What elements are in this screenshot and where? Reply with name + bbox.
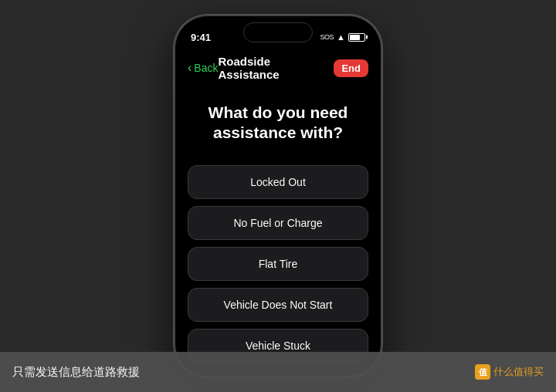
main-content: What do you need assistance with? Locked… xyxy=(175,87,381,376)
end-button[interactable]: End xyxy=(334,59,368,77)
logo-text: 什么值得买 xyxy=(493,365,544,379)
wifi-icon: ▲ xyxy=(337,32,345,42)
nav-bar: ‹ Back Roadside Assistance End xyxy=(175,50,381,87)
option-locked-out[interactable]: Locked Out xyxy=(188,165,368,199)
status-icons: SOS ▲ xyxy=(320,32,365,42)
battery-fill xyxy=(350,35,360,40)
options-list: Locked Out No Fuel or Charge Flat Tire V… xyxy=(188,165,368,363)
option-flat-tire[interactable]: Flat Tire xyxy=(188,247,368,281)
question-title: What do you need assistance with? xyxy=(188,103,368,144)
status-bar: 9:41 SOS ▲ xyxy=(175,16,381,50)
option-no-fuel[interactable]: No Fuel or Charge xyxy=(188,206,368,240)
scene-background: 9:41 SOS ▲ ‹ Back Roadside Assistance En… xyxy=(0,0,556,392)
logo-icon: 值 xyxy=(475,364,490,380)
battery-icon xyxy=(348,33,365,42)
back-button[interactable]: ‹ Back xyxy=(188,62,218,75)
bottom-banner-text: 只需发送信息给道路救援 xyxy=(12,365,140,380)
back-chevron-icon: ‹ xyxy=(188,61,192,75)
phone-inner: 9:41 SOS ▲ ‹ Back Roadside Assistance En… xyxy=(175,16,381,376)
option-no-start[interactable]: Vehicle Does Not Start xyxy=(188,288,368,322)
bottom-banner-logo: 值 什么值得买 xyxy=(475,364,544,380)
signal-text: SOS xyxy=(320,33,334,41)
nav-title: Roadside Assistance xyxy=(218,55,334,81)
dynamic-island xyxy=(243,22,313,42)
phone-frame: 9:41 SOS ▲ ‹ Back Roadside Assistance En… xyxy=(174,15,382,377)
status-time: 9:41 xyxy=(191,32,211,43)
bottom-banner: 只需发送信息给道路救援 值 什么值得买 xyxy=(0,352,556,392)
back-label: Back xyxy=(194,62,218,74)
